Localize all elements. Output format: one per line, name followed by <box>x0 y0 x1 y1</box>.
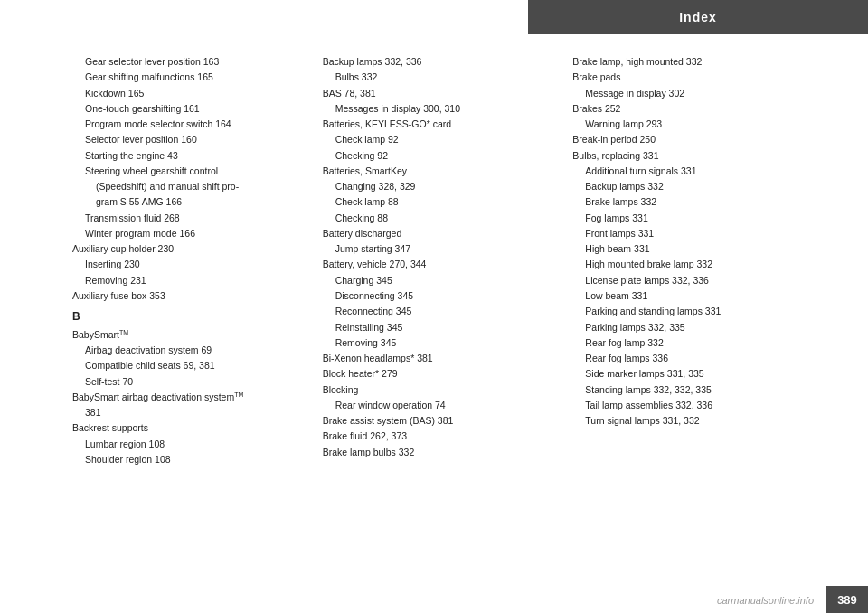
list-item: Removing 231 <box>72 273 296 288</box>
watermark: carmanualsonline.info <box>717 595 814 606</box>
list-item: Front lamps 331 <box>572 226 796 240</box>
list-item: gram S 55 AMG 166 <box>72 194 296 209</box>
list-item: Auxiliary cup holder 230 <box>72 241 296 256</box>
list-item: Rear fog lamps 336 <box>572 351 796 365</box>
list-item: Parking and standing lamps 331 <box>572 304 796 318</box>
list-item: Standing lamps 332, 332, 335 <box>572 382 796 397</box>
list-item: Kickdown 165 <box>72 86 296 100</box>
list-item: Block heater* 279 <box>323 366 546 381</box>
list-item: BabySmart airbag deactivation systemTM <box>72 390 296 404</box>
list-item: Reconnecting 345 <box>323 304 546 318</box>
list-item: High beam 331 <box>572 241 796 256</box>
list-item: Lumbar region 108 <box>72 437 296 451</box>
list-item: Brake assist system (BAS) 381 <box>323 413 546 428</box>
list-item: Shoulder region 108 <box>72 452 296 467</box>
list-item: Low beam 331 <box>572 288 796 303</box>
list-item: Bulbs 332 <box>323 70 546 84</box>
list-item: BabySmartTM <box>72 327 296 342</box>
list-item: Tail lamp assemblies 332, 336 <box>572 398 796 412</box>
list-item: Messages in display 300, 310 <box>323 101 546 116</box>
list-item: Changing 328, 329 <box>323 179 546 193</box>
list-item: Gear selector lever position 163 <box>72 54 296 69</box>
list-item: One-touch gearshifting 161 <box>72 101 296 116</box>
list-item: Gear shifting malfunctions 165 <box>72 70 296 84</box>
list-item: Turn signal lamps 331, 332 <box>572 413 796 428</box>
list-item: Backup lamps 332, 336 <box>323 54 546 69</box>
list-item: Selector lever position 160 <box>72 132 296 146</box>
list-item: Check lamp 88 <box>323 194 546 209</box>
list-item: Battery discharged <box>323 226 546 240</box>
list-item: Winter program mode 166 <box>72 226 296 240</box>
list-item: BAS 78, 381 <box>323 86 546 100</box>
list-item: Check lamp 92 <box>323 132 546 146</box>
list-item: Bi-Xenon headlamps* 381 <box>323 351 546 365</box>
list-item: Warning lamp 293 <box>572 117 796 131</box>
page-number: 389 <box>826 586 868 613</box>
list-item: Batteries, KEYLESS-GO* card <box>323 117 546 131</box>
list-item: Backup lamps 332 <box>572 179 796 193</box>
list-item: Blocking <box>323 382 546 397</box>
content-area: Gear selector lever position 163Gear shi… <box>72 54 796 577</box>
list-item: Jump starting 347 <box>323 241 546 256</box>
page-title: Index <box>679 10 717 24</box>
list-item: Brakes 252 <box>572 101 796 116</box>
list-item: Airbag deactivation system 69 <box>72 343 296 357</box>
list-item: Starting the engine 43 <box>72 148 296 163</box>
list-item: Reinstalling 345 <box>323 320 546 335</box>
list-item: 381 <box>72 405 296 420</box>
list-item: Transmission fluid 268 <box>72 211 296 225</box>
list-item: Brake fluid 262, 373 <box>323 429 546 443</box>
list-item: License plate lamps 332, 336 <box>572 273 796 288</box>
list-item: Charging 345 <box>323 273 546 288</box>
list-item: Rear fog lamp 332 <box>572 335 796 350</box>
list-item: Batteries, SmartKey <box>323 164 546 178</box>
list-item: Inserting 230 <box>72 257 296 271</box>
list-item: Checking 92 <box>323 148 546 163</box>
list-item: Steering wheel gearshift control <box>72 164 296 178</box>
list-item: Auxiliary fuse box 353 <box>72 288 296 303</box>
list-item: Program mode selector switch 164 <box>72 117 296 131</box>
list-item: Brake lamp bulbs 332 <box>323 445 546 459</box>
list-item: Message in display 302 <box>572 86 796 100</box>
list-item: Additional turn signals 331 <box>572 164 796 178</box>
list-item: Compatible child seats 69, 381 <box>72 358 296 373</box>
list-item: Break-in period 250 <box>572 132 796 146</box>
list-item: Removing 345 <box>323 335 546 350</box>
list-item: Battery, vehicle 270, 344 <box>323 257 546 271</box>
column-2: Backup lamps 332, 336Bulbs 332BAS 78, 38… <box>323 54 546 577</box>
list-item: Side marker lamps 331, 335 <box>572 366 796 381</box>
list-item: Backrest supports <box>72 420 296 435</box>
header-bar: Index <box>528 0 868 34</box>
list-item: Disconnecting 345 <box>323 288 546 303</box>
column-3: Brake lamp, high mounted 332Brake padsMe… <box>572 54 796 577</box>
list-item: B <box>72 308 296 325</box>
list-item: Brake lamp, high mounted 332 <box>572 54 796 69</box>
list-item: High mounted brake lamp 332 <box>572 257 796 271</box>
list-item: Rear window operation 74 <box>323 398 546 412</box>
list-item: Brake pads <box>572 70 796 84</box>
column-1: Gear selector lever position 163Gear shi… <box>72 54 296 577</box>
list-item: Parking lamps 332, 335 <box>572 320 796 335</box>
list-item: Self-test 70 <box>72 374 296 389</box>
list-item: Fog lamps 331 <box>572 211 796 225</box>
list-item: Brake lamps 332 <box>572 194 796 209</box>
list-item: (Speedshift) and manual shift pro- <box>72 179 296 193</box>
list-item: Checking 88 <box>323 211 546 225</box>
list-item: Bulbs, replacing 331 <box>572 148 796 163</box>
